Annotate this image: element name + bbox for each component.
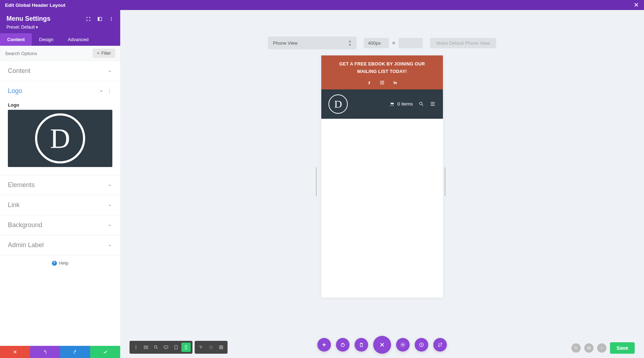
svg-rect-19: [146, 348, 148, 349]
phone-preview: GET A FREE EBOOK BY JOINING OUR MAILING …: [321, 55, 443, 298]
global-header-bar: Edit Global Header Layout ✕: [0, 0, 644, 10]
svg-line-21: [157, 348, 158, 349]
svg-text:?: ?: [601, 347, 602, 349]
resize-handle-right[interactable]: [445, 167, 448, 182]
chevron-down-icon: [107, 183, 112, 188]
svg-rect-18: [144, 348, 146, 349]
facebook-icon[interactable]: [367, 80, 372, 85]
close-actions-button[interactable]: [373, 336, 391, 354]
logo-content: Logo D: [0, 101, 120, 175]
sort-button[interactable]: [433, 338, 447, 352]
expand-icon[interactable]: [86, 16, 91, 21]
svg-line-9: [422, 104, 423, 106]
cart-icon: [389, 101, 395, 107]
more-tool-icon[interactable]: [131, 343, 141, 352]
search-input[interactable]: [5, 51, 93, 56]
more-icon[interactable]: [109, 16, 114, 21]
instagram-icon[interactable]: [380, 80, 385, 85]
preset-selector[interactable]: Preset: Default ▾: [6, 25, 114, 30]
redo-button[interactable]: [60, 346, 90, 358]
help-link[interactable]: ? Help: [0, 255, 120, 271]
linkedin-icon[interactable]: [392, 80, 397, 85]
section-more-icon[interactable]: ⋮: [107, 88, 112, 94]
help-icon: ?: [52, 261, 57, 266]
chevron-down-icon: [107, 69, 112, 74]
settings-button[interactable]: [396, 338, 410, 352]
help-mini-icon[interactable]: ?: [597, 343, 606, 353]
svg-point-20: [154, 345, 157, 348]
svg-line-36: [577, 349, 578, 350]
section-logo[interactable]: Logo ⋮: [0, 81, 120, 101]
bottom-right-actions: ? Save: [571, 342, 635, 354]
wireframe-icon[interactable]: [141, 343, 151, 352]
filter-button[interactable]: + Filter: [93, 49, 115, 58]
resize-handle-left[interactable]: [316, 167, 319, 182]
close-icon[interactable]: ✕: [634, 1, 639, 9]
banner-line-1: GET A FREE EBOOK BY JOINING OUR: [339, 62, 425, 67]
chevron-down-icon: [107, 243, 112, 248]
grid-icon[interactable]: [216, 343, 226, 352]
svg-point-13: [136, 345, 136, 346]
confirm-button[interactable]: [90, 346, 120, 358]
select-arrows-icon: ▲▼: [348, 39, 352, 47]
power-button[interactable]: [336, 338, 350, 352]
sidebar-tabs: Content Design Advanced: [0, 33, 120, 46]
phone-icon[interactable]: [181, 343, 191, 352]
section-background[interactable]: Background: [0, 215, 120, 235]
view-select[interactable]: Phone View ▲▼: [268, 36, 357, 49]
zoom-icon[interactable]: [151, 343, 161, 352]
cancel-button[interactable]: [0, 346, 30, 358]
hamburger-icon[interactable]: [430, 101, 436, 107]
svg-rect-25: [185, 345, 187, 349]
main-canvas: Phone View ▲▼ ✕ Make Default Phone View …: [120, 10, 644, 358]
svg-rect-17: [146, 346, 148, 347]
section-elements[interactable]: Elements: [0, 175, 120, 195]
cart-link[interactable]: 0 items: [389, 101, 413, 107]
height-input[interactable]: [399, 38, 423, 48]
save-button[interactable]: Save: [610, 342, 635, 354]
banner-line-2: MAILING LIST TODAY!: [357, 69, 407, 74]
svg-point-14: [136, 347, 136, 348]
search-row: + Filter: [0, 46, 120, 61]
svg-point-2: [111, 17, 112, 18]
panel-icon[interactable]: [97, 16, 102, 21]
hover-icon[interactable]: [196, 343, 206, 352]
site-logo[interactable]: D: [328, 94, 348, 114]
svg-rect-24: [175, 345, 177, 349]
global-bar-title: Edit Global Header Layout: [5, 3, 65, 8]
undo-button[interactable]: [30, 346, 60, 358]
click-icon[interactable]: [206, 343, 216, 352]
tab-advanced[interactable]: Advanced: [61, 33, 96, 46]
svg-point-15: [136, 348, 136, 349]
tab-design[interactable]: Design: [32, 33, 60, 46]
plus-icon: +: [97, 51, 99, 56]
make-default-button[interactable]: Make Default Phone View: [430, 38, 496, 48]
layers-icon[interactable]: [584, 343, 594, 353]
zoom-mini-icon[interactable]: [571, 343, 581, 353]
sidebar-footer: [0, 346, 120, 358]
tab-content[interactable]: Content: [0, 33, 32, 46]
promo-banner: GET A FREE EBOOK BY JOINING OUR MAILING …: [321, 55, 443, 89]
search-icon[interactable]: [419, 101, 424, 107]
svg-point-33: [402, 344, 404, 345]
svg-rect-1: [98, 17, 99, 20]
logo-field-label: Logo: [8, 102, 112, 108]
phone-nav: D 0 items: [321, 89, 443, 119]
section-link[interactable]: Link: [0, 195, 120, 215]
tablet-icon[interactable]: [171, 343, 181, 352]
svg-point-35: [575, 347, 577, 349]
svg-point-7: [383, 81, 383, 82]
section-content[interactable]: Content: [0, 61, 120, 81]
section-admin-label[interactable]: Admin Label: [0, 235, 120, 255]
logo-preview[interactable]: D: [8, 110, 112, 167]
svg-point-3: [111, 18, 112, 19]
history-button[interactable]: [415, 338, 428, 352]
dimension-x: ✕: [392, 40, 396, 46]
width-input[interactable]: [364, 38, 389, 48]
settings-sidebar: Menu Settings Preset: Default ▾ Content …: [0, 10, 120, 358]
bottom-left-toolbar: [130, 341, 228, 354]
svg-point-8: [420, 102, 423, 105]
desktop-icon[interactable]: [161, 343, 171, 352]
add-button[interactable]: [317, 338, 331, 352]
delete-button[interactable]: [355, 338, 368, 352]
